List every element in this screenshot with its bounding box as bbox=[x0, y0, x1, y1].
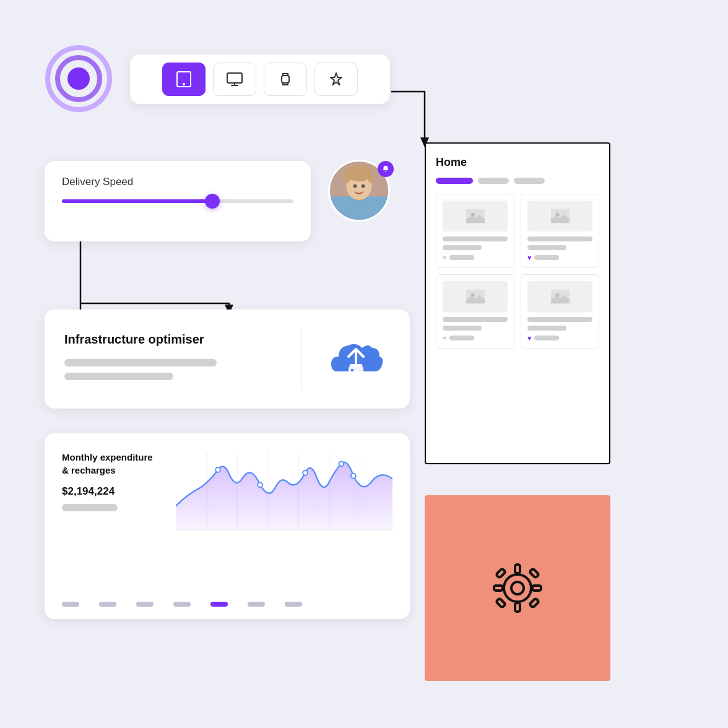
chart-top-section: Monthly expenditure& recharges $2,194,22… bbox=[62, 451, 392, 525]
notification-badge bbox=[378, 161, 394, 177]
svg-rect-46 bbox=[496, 568, 506, 578]
heart-icon-1: ♥ bbox=[443, 254, 447, 261]
svg-rect-47 bbox=[529, 598, 539, 608]
home-card-like-4: ♥ bbox=[527, 334, 592, 342]
svg-rect-8 bbox=[282, 76, 289, 83]
infra-divider bbox=[301, 328, 302, 390]
home-tabs bbox=[436, 178, 599, 184]
svg-point-31 bbox=[339, 461, 344, 466]
svg-rect-43 bbox=[515, 603, 520, 612]
home-card-image-4 bbox=[527, 281, 592, 312]
cloud-upload-icon bbox=[322, 331, 390, 387]
delivery-speed-card: Delivery Speed bbox=[45, 161, 311, 241]
svg-point-28 bbox=[215, 467, 220, 472]
svg-rect-48 bbox=[496, 598, 506, 608]
chart-dot-1[interactable] bbox=[62, 602, 79, 607]
infra-line-1 bbox=[64, 359, 217, 366]
infra-content: Infrastructure optimiser bbox=[64, 332, 282, 386]
chart-card: Monthly expenditure& recharges $2,194,22… bbox=[45, 433, 410, 619]
home-content-grid: ♥ ♥ bbox=[436, 194, 599, 349]
svg-point-32 bbox=[351, 474, 356, 479]
device-selector-card bbox=[130, 54, 390, 104]
chart-meta: Monthly expenditure& recharges $2,194,22… bbox=[62, 451, 161, 525]
home-card-like-1: ♥ bbox=[443, 254, 508, 261]
delivery-slider-thumb[interactable] bbox=[205, 194, 220, 209]
chart-subtitle-line bbox=[62, 504, 118, 511]
star-button[interactable] bbox=[314, 63, 358, 96]
home-title: Home bbox=[436, 156, 599, 169]
chart-dot-5[interactable] bbox=[210, 602, 228, 607]
user-avatar-container bbox=[328, 160, 396, 228]
svg-rect-13 bbox=[345, 171, 350, 183]
chart-dot-4[interactable] bbox=[173, 602, 191, 607]
svg-rect-45 bbox=[532, 586, 541, 591]
infra-line-2 bbox=[64, 373, 173, 380]
svg-point-6 bbox=[183, 84, 185, 85]
chart-svg-area bbox=[176, 451, 392, 525]
chart-dot-2[interactable] bbox=[99, 602, 116, 607]
delivery-speed-label: Delivery Speed bbox=[62, 176, 293, 188]
svg-point-4 bbox=[67, 67, 90, 90]
svg-point-16 bbox=[362, 184, 365, 188]
svg-rect-49 bbox=[529, 568, 539, 578]
svg-rect-42 bbox=[515, 565, 520, 573]
svg-rect-19 bbox=[349, 366, 363, 374]
watch-button[interactable] bbox=[264, 63, 307, 96]
svg-point-29 bbox=[258, 482, 262, 487]
home-grid-item-3: ♥ bbox=[436, 274, 514, 349]
home-tab-1[interactable] bbox=[436, 178, 473, 184]
home-card-image-3 bbox=[443, 281, 508, 312]
svg-rect-20 bbox=[351, 369, 353, 371]
target-icon bbox=[45, 45, 113, 113]
svg-point-15 bbox=[353, 184, 357, 188]
chart-title: Monthly expenditure& recharges bbox=[62, 451, 161, 477]
home-grid-item-1: ♥ bbox=[436, 194, 514, 268]
settings-card bbox=[425, 495, 610, 681]
chart-pagination bbox=[62, 597, 392, 607]
heart-icon-2: ♥ bbox=[527, 254, 532, 261]
gear-icon bbox=[480, 551, 555, 625]
home-card-image-2 bbox=[527, 201, 592, 232]
home-tab-3[interactable] bbox=[514, 178, 545, 184]
chart-dot-3[interactable] bbox=[136, 602, 154, 607]
svg-rect-9 bbox=[330, 196, 388, 220]
infrastructure-card: Infrastructure optimiser bbox=[45, 310, 410, 409]
home-grid-item-4: ♥ bbox=[521, 274, 599, 349]
svg-point-41 bbox=[511, 582, 524, 594]
delivery-slider-track[interactable] bbox=[62, 199, 293, 203]
heart-icon-3: ♥ bbox=[443, 334, 447, 342]
chart-dot-7[interactable] bbox=[285, 602, 302, 607]
chart-value: $2,194,224 bbox=[62, 485, 161, 498]
infra-title: Infrastructure optimiser bbox=[64, 332, 282, 347]
svg-rect-14 bbox=[368, 171, 373, 183]
home-card-image-1 bbox=[443, 201, 508, 232]
home-card-like-3: ♥ bbox=[443, 334, 508, 342]
main-container: Delivery Speed bbox=[0, 0, 728, 728]
svg-point-30 bbox=[303, 470, 308, 475]
home-card-like-2: ♥ bbox=[527, 254, 592, 261]
desktop-button[interactable] bbox=[213, 63, 256, 96]
home-panel: Home ♥ bbox=[425, 142, 610, 464]
home-grid-item-2: ♥ bbox=[521, 194, 599, 268]
tablet-button[interactable] bbox=[162, 63, 206, 96]
chart-dot-6[interactable] bbox=[248, 602, 265, 607]
home-tab-2[interactable] bbox=[478, 178, 509, 184]
heart-icon-4: ♥ bbox=[527, 334, 532, 342]
svg-rect-44 bbox=[494, 586, 503, 591]
svg-rect-7 bbox=[227, 73, 242, 83]
svg-rect-18 bbox=[350, 364, 362, 366]
